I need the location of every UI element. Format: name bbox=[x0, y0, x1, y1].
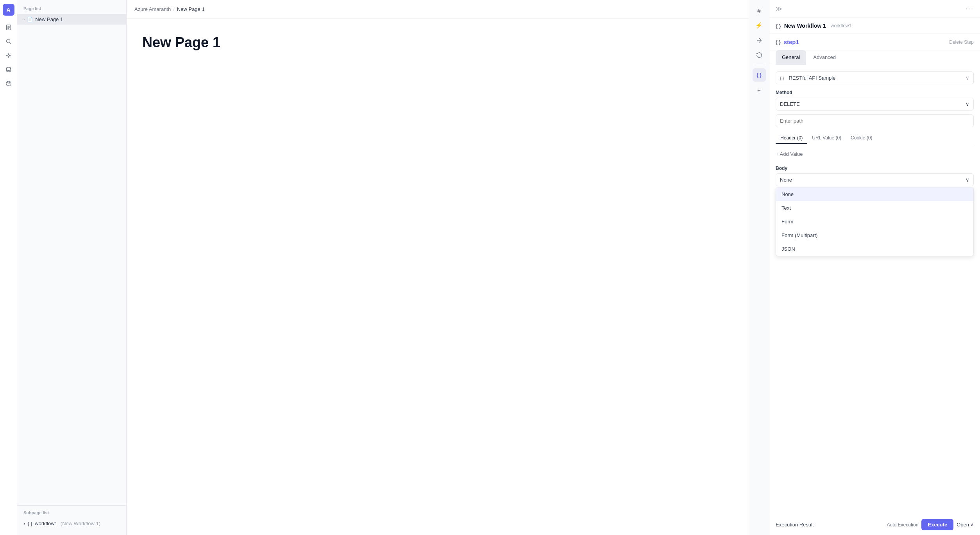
workflow-title-bar: { } New Workflow 1 workflow1 bbox=[769, 18, 980, 34]
tab-advanced[interactable]: Advanced bbox=[807, 50, 842, 65]
method-label: Method bbox=[776, 90, 974, 95]
subpage-item[interactable]: › { } workflow1 (New Workflow 1) bbox=[17, 518, 126, 529]
body-section: Body None ∨ None Text Form Form (Multipa… bbox=[776, 166, 974, 186]
add-block-btn[interactable]: + bbox=[753, 83, 766, 96]
hash-btn[interactable]: # bbox=[753, 4, 766, 17]
breadcrumb: Azure Amaranth / New Page 1 bbox=[127, 0, 769, 19]
step-name: { } step1 bbox=[776, 39, 799, 45]
settings-icon[interactable] bbox=[2, 49, 15, 62]
sidebar-icons: A bbox=[0, 0, 17, 535]
history-btn[interactable] bbox=[753, 48, 766, 62]
search-icon[interactable] bbox=[2, 35, 15, 48]
execute-btn[interactable]: Execute bbox=[921, 519, 953, 530]
svg-point-4 bbox=[6, 39, 10, 43]
page-file-icon: 📄 bbox=[27, 17, 33, 22]
body-chevron-icon: ∨ bbox=[966, 177, 969, 183]
breadcrumb-current: New Page 1 bbox=[177, 6, 205, 12]
open-chevron-icon: ∧ bbox=[971, 522, 974, 527]
database-icon[interactable] bbox=[2, 63, 15, 76]
svg-line-5 bbox=[9, 43, 11, 44]
subpage-name: workflow1 bbox=[35, 521, 57, 526]
code-btn[interactable]: { } bbox=[753, 68, 766, 82]
api-chevron-icon: ∨ bbox=[966, 75, 969, 81]
step-braces-icon: { } bbox=[776, 39, 781, 45]
flash-btn[interactable]: ⚡ bbox=[753, 19, 766, 32]
api-sample-select[interactable]: { } RESTful API Sample ∨ bbox=[776, 71, 974, 84]
sub-tab-cookie[interactable]: Cookie (0) bbox=[846, 133, 877, 144]
sub-tabs: Header (0) URL Value (0) Cookie (0) bbox=[776, 133, 974, 144]
execution-result-label: Execution Result bbox=[776, 522, 814, 528]
body-label: Body bbox=[776, 166, 974, 171]
body-select-wrapper: None ∨ None Text Form Form (Multipart) J… bbox=[776, 173, 974, 186]
api-select-row: { } RESTful API Sample ∨ bbox=[776, 71, 974, 84]
panel-body: { } RESTful API Sample ∨ Method DELETE ∨… bbox=[769, 65, 980, 514]
breadcrumb-project: Azure Amaranth bbox=[134, 6, 171, 12]
share-btn[interactable] bbox=[753, 34, 766, 47]
subpage-list-title: Subpage list bbox=[17, 510, 126, 518]
body-select[interactable]: None ∨ bbox=[776, 173, 974, 186]
page-list-panel: Page list › 📄 New Page 1 Subpage list › … bbox=[17, 0, 127, 535]
page-item-label: New Page 1 bbox=[35, 16, 63, 22]
dropdown-form-multipart[interactable]: Form (Multipart) bbox=[776, 228, 973, 242]
sub-tab-header[interactable]: Header (0) bbox=[776, 133, 807, 144]
collapse-btn[interactable]: ≫ bbox=[776, 5, 782, 12]
open-btn[interactable]: Open ∧ bbox=[957, 522, 974, 528]
method-chevron-icon: ∨ bbox=[966, 101, 969, 107]
path-input[interactable] bbox=[776, 114, 974, 127]
subpage-braces-icon: { } bbox=[27, 521, 32, 526]
workflow-id: workflow1 bbox=[831, 23, 851, 29]
body-value: None bbox=[780, 177, 792, 183]
tab-general[interactable]: General bbox=[776, 50, 806, 65]
svg-point-9 bbox=[8, 85, 9, 86]
page-title: New Page 1 bbox=[142, 34, 753, 51]
api-sample-label: RESTful API Sample bbox=[789, 75, 835, 81]
sub-tab-url-value[interactable]: URL Value (0) bbox=[807, 133, 846, 144]
right-toolbar: # ⚡ { } + bbox=[749, 0, 769, 535]
api-braces-icon: { } bbox=[780, 76, 784, 80]
auto-exec-label: Auto Execution bbox=[887, 522, 919, 528]
step-header: { } step1 Delete Step bbox=[769, 34, 980, 50]
dropdown-text[interactable]: Text bbox=[776, 201, 973, 215]
method-select[interactable]: DELETE ∨ bbox=[776, 98, 974, 111]
svg-point-7 bbox=[6, 67, 11, 69]
method-value: DELETE bbox=[780, 101, 800, 107]
dropdown-none[interactable]: None bbox=[776, 187, 973, 201]
bottom-bar: Execution Result Auto Execution Execute … bbox=[769, 514, 980, 535]
chevron-icon: › bbox=[23, 17, 25, 21]
right-panel: ≫ ··· { } New Workflow 1 workflow1 { } s… bbox=[769, 0, 980, 535]
page-canvas: New Page 1 bbox=[127, 19, 769, 535]
step-name-label: step1 bbox=[784, 39, 799, 45]
bottom-actions: Auto Execution Execute Open ∧ bbox=[887, 519, 974, 530]
svg-point-6 bbox=[7, 55, 9, 57]
page-list-title: Page list bbox=[17, 6, 126, 14]
pages-icon[interactable] bbox=[2, 21, 15, 34]
subpage-chevron-icon: › bbox=[23, 521, 25, 526]
help-icon[interactable] bbox=[2, 77, 15, 90]
main-content: Azure Amaranth / New Page 1 New Page 1 #… bbox=[127, 0, 769, 535]
workflow-name: New Workflow 1 bbox=[784, 23, 826, 29]
right-panel-header: ≫ ··· bbox=[769, 0, 980, 18]
delete-step-btn[interactable]: Delete Step bbox=[949, 39, 974, 45]
dropdown-json[interactable]: JSON bbox=[776, 242, 973, 256]
workflow-icon: { } bbox=[776, 23, 781, 29]
open-label: Open bbox=[957, 522, 969, 528]
add-value-btn[interactable]: + Add Value bbox=[776, 149, 974, 159]
page-item[interactable]: › 📄 New Page 1 bbox=[17, 14, 126, 25]
avatar[interactable]: A bbox=[3, 4, 14, 16]
tab-row: General Advanced bbox=[769, 50, 980, 65]
more-btn[interactable]: ··· bbox=[966, 5, 974, 13]
subpage-label: (New Workflow 1) bbox=[61, 521, 100, 526]
breadcrumb-sep: / bbox=[173, 6, 175, 12]
body-dropdown: None Text Form Form (Multipart) JSON bbox=[776, 187, 974, 256]
dropdown-form[interactable]: Form bbox=[776, 215, 973, 228]
